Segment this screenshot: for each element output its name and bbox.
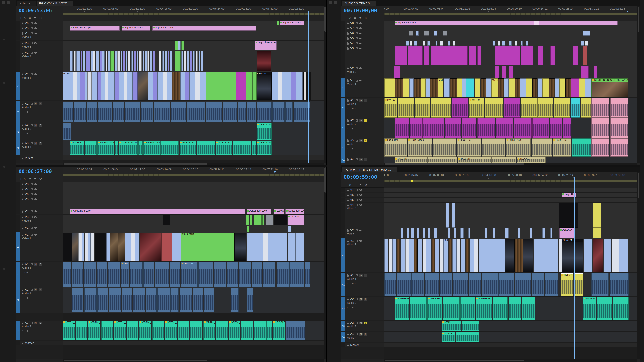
timeline-clip[interactable]: [277, 21, 279, 25]
timeline-clip[interactable]: [440, 41, 443, 45]
timeline-clip[interactable]: [246, 72, 252, 100]
timeline-clip[interactable]: [499, 273, 514, 296]
timeline-clip[interactable]: [532, 273, 544, 296]
source-assign-indicator[interactable]: A2: [341, 118, 346, 138]
panel-menu-icon[interactable]: ≡: [393, 168, 395, 172]
snap-icon[interactable]: ∩: [24, 16, 26, 20]
track-output-toggle[interactable]: [359, 42, 362, 44]
track-lock-toggle[interactable]: [347, 190, 349, 191]
track-lock-toggle[interactable]: [347, 334, 349, 335]
sync-lock-toggle[interactable]: [356, 158, 358, 160]
timeline-clip[interactable]: [550, 228, 552, 238]
timeline-clip[interactable]: MVI_37: [384, 98, 397, 118]
sync-lock-toggle[interactable]: [356, 80, 358, 82]
timeline-clip[interactable]: [184, 51, 186, 71]
timeline-clip[interactable]: [443, 297, 460, 320]
timeline-clip[interactable]: [132, 51, 133, 71]
timeline-clip[interactable]: [493, 297, 508, 320]
timeline-clip[interactable]: [204, 288, 214, 312]
timeline-clip[interactable]: [478, 46, 482, 65]
track-output-toggle[interactable]: [34, 234, 37, 236]
timeline-clip[interactable]: [428, 157, 457, 163]
timeline-clip[interactable]: [515, 273, 531, 296]
track-lock-toggle[interactable]: [347, 195, 349, 196]
sync-lock-toggle[interactable]: [30, 42, 32, 44]
tab-jun-o-cenas[interactable]: JUNÇÃO CENAS≡: [342, 1, 376, 6]
timeline-clip[interactable]: [170, 262, 180, 287]
timeline-clip[interactable]: [403, 78, 410, 97]
track-solo-button[interactable]: S: [39, 322, 42, 325]
timeline-clip[interactable]: [121, 51, 122, 71]
track-lock-toggle[interactable]: [347, 38, 349, 39]
track-mute-button[interactable]: M: [34, 263, 38, 266]
sync-lock-toggle[interactable]: [30, 22, 32, 24]
sync-lock-toggle[interactable]: [30, 142, 32, 144]
timeline-clip[interactable]: [125, 102, 140, 122]
timeline-clip[interactable]: [521, 46, 534, 65]
timeline-clip[interactable]: [502, 66, 506, 78]
sync-lock-toggle[interactable]: [356, 47, 358, 49]
timeline-clip[interactable]: [137, 51, 138, 71]
track-lock-toggle[interactable]: [22, 53, 24, 54]
timeline-clip[interactable]: [110, 233, 118, 261]
track-lane-v4[interactable]: [384, 41, 638, 46]
timeline-clip[interactable]: [515, 239, 523, 272]
timeline-clip[interactable]: [460, 297, 475, 320]
panel-menu-icon[interactable]: ≡: [70, 2, 71, 5]
timeline-clip[interactable]: [604, 239, 611, 272]
tracks-area[interactable]: Logo AlmALLEGO00006.MFINAL.MMVI_37VT-Gre…: [384, 188, 638, 360]
timeline-clip[interactable]: [206, 72, 236, 100]
sync-lock-toggle[interactable]: [356, 140, 358, 142]
timeline-clip[interactable]: [448, 239, 452, 272]
timeline-clip[interactable]: [443, 31, 447, 35]
timeline-clip[interactable]: [78, 233, 82, 261]
timeline-clip[interactable]: [610, 138, 628, 157]
timeline-clip[interactable]: [70, 51, 72, 71]
timeline-clip[interactable]: 00014.MTS: [181, 233, 217, 261]
timeline-clip[interactable]: [559, 239, 562, 272]
source-assign-indicator[interactable]: A2: [16, 123, 20, 141]
timeline-clip[interactable]: [573, 46, 578, 65]
timeline-clip[interactable]: [394, 66, 400, 78]
track-lane-a3[interactable]: VT-Bras_m_MVT-Bras_m_MVT-Bras_m_MVT-Bras…: [63, 141, 324, 155]
timeline-clip[interactable]: Logo Alm: [562, 193, 576, 197]
timeline-clip[interactable]: [165, 51, 167, 71]
track-solo-button[interactable]: S: [364, 158, 368, 161]
timeline-clip[interactable]: [102, 321, 113, 340]
track-lock-toggle[interactable]: [22, 184, 24, 185]
timeline-clip[interactable]: [182, 51, 183, 71]
timeline-clip[interactable]: Adjustment Layer: [280, 21, 304, 25]
timeline-clip[interactable]: [612, 239, 619, 272]
timeline-clip[interactable]: [196, 51, 198, 71]
timeline-clip[interactable]: [456, 332, 479, 342]
track-lane-v6[interactable]: Adjustment Layer: [63, 21, 324, 26]
timeline-clip[interactable]: [591, 98, 609, 118]
track-lane-v8[interactable]: Adjustment Layer: [384, 21, 638, 26]
timeline-clip[interactable]: [572, 138, 591, 157]
track-lock-toggle[interactable]: [347, 230, 349, 232]
timeline-clip[interactable]: VT-Bras_m_M: [216, 141, 232, 155]
timeline-clip[interactable]: [189, 72, 195, 100]
timeline-clip[interactable]: Adjustment Layer: [70, 26, 120, 30]
track-solo-button[interactable]: S: [39, 263, 42, 266]
horizontal-scrollbar[interactable]: [384, 360, 638, 362]
playhead-timecode[interactable]: 00:08:27:00: [16, 167, 63, 176]
timeline-clip[interactable]: RECHEIO BOLO DE MORANGO: [591, 78, 628, 97]
sync-lock-toggle[interactable]: [356, 119, 358, 121]
timeline-clip[interactable]: Adjustment Layer: [246, 209, 271, 214]
source-assign-indicator[interactable]: A4: [341, 157, 346, 163]
track-output-toggle[interactable]: [34, 73, 37, 75]
timeline-clip[interactable]: [296, 72, 302, 100]
timeline-clip[interactable]: [276, 262, 289, 287]
scroll-thumb[interactable]: [385, 163, 524, 165]
timeline-clip[interactable]: [167, 72, 172, 100]
timeline-clip[interactable]: [290, 262, 304, 287]
timeline-clip[interactable]: [102, 51, 105, 71]
timeline-clip[interactable]: [485, 228, 487, 238]
linked-selection-icon[interactable]: ∞: [354, 183, 356, 186]
timeline-clip[interactable]: [448, 228, 450, 238]
timeline-clip[interactable]: [509, 66, 513, 78]
track-mute-button[interactable]: M: [34, 102, 38, 105]
timeline-clip[interactable]: [414, 41, 417, 45]
timeline-clip[interactable]: [272, 72, 278, 100]
